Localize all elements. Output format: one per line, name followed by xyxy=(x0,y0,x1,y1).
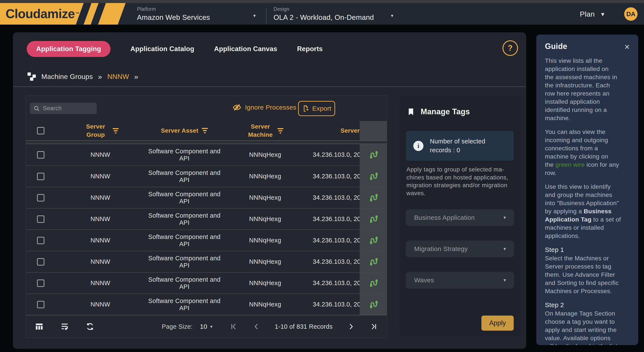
column-header-server-machine[interactable]: Server Machine xyxy=(223,122,307,139)
design-selector[interactable]: Design OLA 2 - Workload, On-Demand xyxy=(274,6,374,22)
pagination: 1-10 of 831 Records xyxy=(230,315,378,338)
table-row[interactable]: NNNW Software Component and API NNNqHexg… xyxy=(26,208,387,230)
platform-selector[interactable]: Platform Amazon Web Services xyxy=(137,6,210,22)
cell-server-ips: 34.236.103.0, 203.24 xyxy=(307,194,360,201)
row-action-cell xyxy=(360,144,387,165)
row-checkbox[interactable] xyxy=(37,280,44,287)
row-checkbox[interactable] xyxy=(37,258,44,266)
last-page-icon[interactable] xyxy=(369,322,378,331)
row-checkbox[interactable] xyxy=(37,151,44,158)
breadcrumb: Machine Groups » NNNW » xyxy=(27,72,144,82)
page-size-chevron-down-icon[interactable]: ▾ xyxy=(210,324,212,329)
row-action-cell xyxy=(360,187,387,208)
next-page-icon[interactable] xyxy=(346,322,355,331)
ignore-processes-button[interactable]: Ignore Processes xyxy=(232,103,296,112)
search-input[interactable] xyxy=(43,105,92,112)
breadcrumb-separator-icon: » xyxy=(134,72,138,81)
breadcrumb-machine-groups[interactable]: Machine Groups xyxy=(41,73,93,81)
breadcrumb-separator-icon: » xyxy=(98,72,102,81)
guide-title: Guide xyxy=(545,42,631,51)
table-row[interactable]: NNNW Software Component and API NNNqHexg… xyxy=(26,144,387,165)
filter-icon[interactable] xyxy=(278,128,284,133)
table-row[interactable]: NNNW Software Component and API NNNqHexg… xyxy=(26,165,387,187)
green-wire-icon[interactable] xyxy=(368,171,379,182)
row-checkbox[interactable] xyxy=(37,237,44,244)
close-icon[interactable]: ✕ xyxy=(624,44,630,51)
green-wire-icon[interactable] xyxy=(368,235,379,246)
cell-server-group: NNNW xyxy=(55,194,146,201)
table-row[interactable]: NNNW Software Component and API NNNqHexg… xyxy=(26,272,387,294)
cloudamize-app: Cloudamize™ Platform Amazon Web Services… xyxy=(0,0,644,352)
filter-icon[interactable] xyxy=(113,128,119,133)
design-chevron-down-icon[interactable]: ▾ xyxy=(391,13,393,19)
plan-chevron-down-icon[interactable]: ▼ xyxy=(600,11,606,18)
green-wire-icon[interactable] xyxy=(368,299,379,310)
cell-server-ips: 34.236.103.0, 203.24 xyxy=(307,258,360,265)
tab-reports[interactable]: Reports xyxy=(297,45,323,53)
green-wire-icon[interactable] xyxy=(368,214,379,225)
help-button[interactable]: ? xyxy=(502,40,518,56)
cell-server-asset: Software Component and API xyxy=(146,148,223,162)
business-application-dropdown[interactable]: Business Application ▾ xyxy=(406,209,514,226)
green-wire-icon[interactable] xyxy=(368,256,379,267)
filter-icon[interactable] xyxy=(202,128,208,133)
manage-tags-description: Apply tags to group of selected ma- chin… xyxy=(406,166,514,197)
cell-server-ips: 34.236.103.0, 203.24 xyxy=(307,280,360,287)
table-row[interactable]: NNNW Software Component and API NNNqHexg… xyxy=(26,294,387,315)
ignore-processes-label: Ignore Processes xyxy=(245,104,296,111)
row-checkbox[interactable] xyxy=(37,173,44,180)
wrap-text-icon[interactable] xyxy=(60,322,69,331)
green-wire-icon[interactable] xyxy=(368,149,379,160)
table-row[interactable]: NNNW Software Component and API NNNqHexg… xyxy=(26,251,387,272)
prev-page-icon[interactable] xyxy=(252,322,261,331)
column-header-server-ips[interactable]: Server xyxy=(307,127,360,135)
selected-records-text: Number of selected records : 0 xyxy=(430,137,501,155)
search-input-wrap xyxy=(30,103,97,114)
guide-step2-title: Step 2 xyxy=(545,301,631,309)
row-checkbox[interactable] xyxy=(37,301,44,308)
migration-strategy-dropdown[interactable]: Migration Strategy ▾ xyxy=(406,241,514,257)
tab-application-tagging[interactable]: Application Tagging xyxy=(27,41,110,57)
avatar[interactable]: DA xyxy=(624,7,638,21)
cell-server-machine: NNNqHexg xyxy=(223,194,307,201)
green-wire-link: green wire xyxy=(556,161,585,168)
cell-server-group: NNNW xyxy=(55,237,146,244)
row-checkbox[interactable] xyxy=(37,194,44,202)
green-wire-icon[interactable] xyxy=(368,192,379,203)
guide-step1-title: Step 1 xyxy=(545,245,631,254)
table-body: NNNW Software Component and API NNNqHexg… xyxy=(26,144,387,315)
breadcrumb-current-group[interactable]: NNNW xyxy=(107,73,129,81)
trademark-symbol: ™ xyxy=(76,12,80,16)
page-size-control: Page Size: 10 ▾ xyxy=(162,315,212,338)
plan-menu[interactable]: Plan xyxy=(580,10,595,18)
waves-dropdown[interactable]: Waves ▾ xyxy=(406,272,514,289)
column-header-server-asset[interactable]: Server Asset xyxy=(146,127,223,135)
green-wire-icon[interactable] xyxy=(368,278,379,289)
tab-application-canvas[interactable]: Application Canvas xyxy=(214,45,277,53)
apply-button[interactable]: Apply xyxy=(482,315,514,331)
horizontal-scrollbar[interactable] xyxy=(26,140,387,144)
platform-value: Amazon Web Services xyxy=(137,13,210,22)
manage-tags-title-row: Manage Tags xyxy=(407,107,470,116)
table-row[interactable]: NNNW Software Component and API NNNqHexg… xyxy=(26,230,387,251)
row-action-cell xyxy=(360,294,387,315)
export-button[interactable]: Export xyxy=(298,101,335,116)
platform-label: Platform xyxy=(137,6,210,12)
columns-icon[interactable] xyxy=(35,322,44,331)
window-top-strip xyxy=(0,0,644,3)
row-checkbox[interactable] xyxy=(37,216,44,223)
refresh-icon[interactable] xyxy=(86,322,94,331)
cell-server-ips: 34.236.103.0, 203.24 xyxy=(307,151,360,158)
row-action-cell xyxy=(360,273,387,294)
column-header-server-group[interactable]: Server Group xyxy=(55,122,146,139)
platform-chevron-down-icon[interactable]: ▾ xyxy=(253,13,256,19)
cell-server-group: NNNW xyxy=(55,151,146,158)
tab-application-catalog[interactable]: Application Catalog xyxy=(130,45,194,53)
select-all-checkbox[interactable] xyxy=(37,127,44,134)
page-size-value[interactable]: 10 xyxy=(200,323,207,330)
first-page-icon[interactable] xyxy=(230,322,238,331)
cell-server-machine: NNNqHexg xyxy=(223,258,307,265)
table-row[interactable]: NNNW Software Component and API NNNqHexg… xyxy=(26,187,387,208)
guide-panel: Guide ✕ This view lists all the applicat… xyxy=(536,35,638,345)
search-icon xyxy=(34,105,40,112)
